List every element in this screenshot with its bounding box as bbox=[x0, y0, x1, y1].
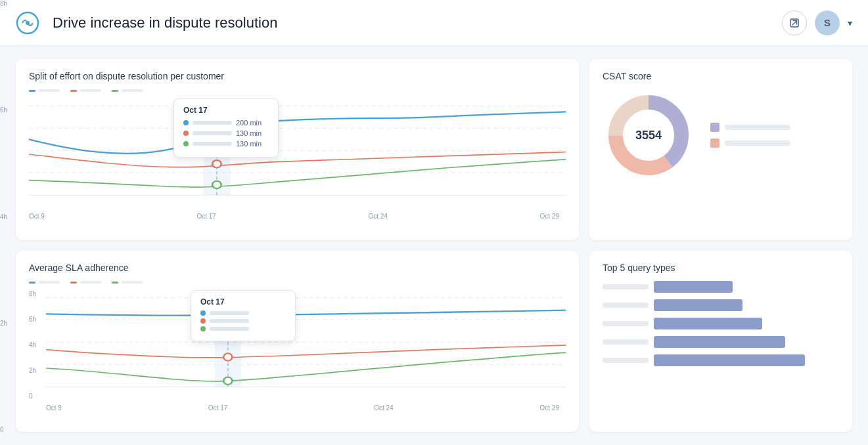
tooltip-row-1: 200 min bbox=[183, 119, 269, 127]
csat-legend-bar-2 bbox=[725, 140, 790, 146]
chart2-legend-dot-blue bbox=[29, 282, 35, 284]
bar-label-2 bbox=[603, 303, 649, 308]
chart2-legend-label-3 bbox=[122, 281, 143, 284]
svg-point-11 bbox=[212, 160, 221, 167]
legend-item-3 bbox=[112, 89, 143, 92]
chart2-tooltip-bar-3 bbox=[210, 327, 249, 331]
tooltip-dot-blue bbox=[183, 120, 189, 125]
legend-item-1 bbox=[29, 89, 60, 92]
chart2-legend-item-2 bbox=[70, 281, 101, 284]
avatar[interactable]: S bbox=[815, 11, 840, 35]
logo bbox=[16, 11, 39, 35]
top5-bar-chart bbox=[603, 281, 839, 366]
chart2-tooltip-bar-2 bbox=[210, 319, 249, 323]
chart2-tooltip-dot-red bbox=[200, 318, 206, 324]
chart2-tooltip-row-3 bbox=[200, 326, 286, 331]
tooltip-bar-2 bbox=[193, 131, 232, 135]
chart1-tooltip: Oct 17 200 min 130 min bbox=[173, 98, 279, 158]
chart1-card: Split of effort on dispute resolution pe… bbox=[16, 59, 579, 240]
bar-row-4 bbox=[603, 336, 839, 348]
csat-content: 3554 bbox=[603, 89, 839, 181]
chart2-tooltip: Oct 17 bbox=[191, 290, 296, 341]
tooltip-bar-1 bbox=[193, 121, 232, 125]
bar-label-1 bbox=[603, 284, 649, 289]
tooltip-value-1: 200 min bbox=[236, 119, 262, 127]
top5-title: Top 5 query types bbox=[603, 263, 839, 273]
chart2-title: Average SLA adherence bbox=[29, 263, 566, 273]
chart2-tooltip-bar-1 bbox=[210, 311, 249, 315]
svg-point-12 bbox=[212, 181, 221, 188]
page-title: Drive increase in dispute resolution bbox=[53, 14, 782, 32]
csat-legend-bar-1 bbox=[725, 125, 790, 130]
csat-title: CSAT score bbox=[603, 71, 839, 81]
tooltip-dot-red bbox=[183, 131, 189, 136]
chart2-tooltip-date: Oct 17 bbox=[200, 297, 286, 307]
chart2-legend-dot-red bbox=[70, 282, 77, 284]
chart2-legend bbox=[29, 281, 566, 284]
bar-fill-4 bbox=[654, 336, 785, 348]
header: Drive increase in dispute resolution S ▾ bbox=[0, 0, 868, 46]
header-actions: S ▾ bbox=[782, 11, 852, 35]
csat-legend-box-2 bbox=[710, 138, 720, 148]
csat-legend-item-2 bbox=[710, 138, 790, 148]
bar-fill-3 bbox=[654, 318, 762, 329]
chart2-legend-label-2 bbox=[80, 281, 101, 284]
chart2-tooltip-row-1 bbox=[200, 310, 286, 316]
chart2-legend-label-1 bbox=[39, 281, 60, 284]
bar-row-1 bbox=[603, 281, 839, 293]
legend-label-3 bbox=[122, 89, 143, 92]
legend-dot-blue bbox=[29, 90, 35, 92]
chart1-legend bbox=[29, 89, 566, 92]
legend-label-1 bbox=[39, 89, 60, 92]
chart2-legend-item-3 bbox=[112, 281, 143, 284]
legend-item-2 bbox=[70, 89, 101, 92]
chart2-tooltip-dot-green bbox=[200, 326, 206, 331]
legend-label-2 bbox=[80, 89, 101, 92]
chart2-card: Average SLA adherence 8h 6h 4h 2h 0 bbox=[16, 251, 579, 432]
bar-fill-1 bbox=[654, 281, 733, 293]
bar-row-5 bbox=[603, 354, 839, 366]
csat-card: CSAT score 3554 bbox=[589, 59, 852, 240]
chart1-title: Split of effort on dispute resolution pe… bbox=[29, 71, 566, 81]
csat-legend-box-1 bbox=[710, 123, 720, 132]
svg-point-24 bbox=[223, 353, 232, 360]
tooltip-dot-green bbox=[183, 141, 189, 146]
chart2-x-labels: Oct 9 Oct 17 Oct 24 Oct 29 bbox=[46, 404, 566, 412]
tooltip-value-3: 130 min bbox=[236, 140, 262, 148]
chart2-tooltip-dot-blue bbox=[200, 310, 206, 316]
chart2-tooltip-row-2 bbox=[200, 318, 286, 324]
bar-label-3 bbox=[603, 321, 649, 326]
main-content: Split of effort on dispute resolution pe… bbox=[0, 46, 868, 445]
tooltip-row-3: 130 min bbox=[183, 140, 269, 148]
tooltip-date: Oct 17 bbox=[183, 106, 269, 115]
bar-fill-5 bbox=[654, 354, 805, 366]
bar-row-3 bbox=[603, 318, 839, 329]
export-button[interactable] bbox=[782, 11, 807, 35]
bar-label-4 bbox=[603, 339, 649, 345]
chart2-y-labels: 8h 6h 4h 2h 0 bbox=[29, 290, 43, 412]
bar-row-2 bbox=[603, 299, 839, 311]
bar-label-5 bbox=[603, 358, 649, 363]
csat-legend bbox=[710, 123, 790, 148]
csat-legend-item-1 bbox=[710, 123, 790, 132]
chart1-x-labels: Oct 9 Oct 17 Oct 24 Oct 29 bbox=[29, 213, 566, 220]
donut-chart: 3554 bbox=[603, 89, 695, 181]
donut-center-value: 3554 bbox=[635, 129, 662, 142]
chevron-down-icon[interactable]: ▾ bbox=[848, 18, 852, 28]
top5-card: Top 5 query types bbox=[589, 251, 852, 432]
legend-dot-green bbox=[112, 90, 118, 92]
svg-point-25 bbox=[223, 377, 232, 385]
chart1-area: Oct 17 200 min 130 min bbox=[29, 98, 566, 210]
chart2-legend-dot-green bbox=[112, 282, 118, 284]
svg-point-1 bbox=[26, 21, 30, 25]
bar-fill-2 bbox=[654, 299, 742, 311]
chart2-area: Oct 17 bbox=[46, 290, 566, 402]
tooltip-row-2: 130 min bbox=[183, 129, 269, 137]
tooltip-bar-3 bbox=[193, 142, 232, 146]
tooltip-value-2: 130 min bbox=[236, 129, 262, 137]
legend-dot-red bbox=[70, 90, 77, 92]
chart2-legend-item-1 bbox=[29, 281, 60, 284]
